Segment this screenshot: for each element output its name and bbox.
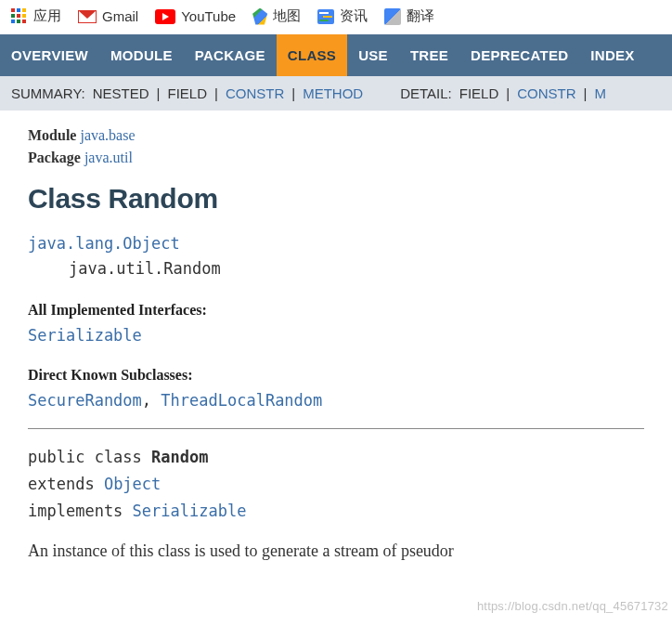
- interfaces-heading: All Implemented Interfaces:: [28, 302, 644, 319]
- summary-field: FIELD: [164, 85, 212, 101]
- nav-module[interactable]: MODULE: [99, 34, 184, 76]
- youtube-icon: [155, 9, 175, 24]
- subclasses-heading: Direct Known Subclasses:: [28, 367, 644, 384]
- news-icon: [317, 9, 334, 24]
- bm-maps[interactable]: 地图: [252, 7, 301, 25]
- class-signature: public class Random extends Object imple…: [28, 444, 644, 525]
- subclass-threadlocalrandom-link[interactable]: ThreadLocalRandom: [161, 391, 322, 410]
- summary-method-link[interactable]: METHOD: [299, 85, 367, 101]
- bm-gmail-label: Gmail: [102, 8, 138, 24]
- module-link[interactable]: java.base: [80, 127, 135, 143]
- bm-news[interactable]: 资讯: [317, 7, 368, 25]
- apps-grid-icon: [11, 8, 28, 25]
- nav-use[interactable]: USE: [347, 34, 399, 76]
- summary-nested: NESTED: [89, 85, 153, 101]
- detail-method-link[interactable]: M: [590, 85, 610, 101]
- class-title: Class Random: [28, 183, 644, 215]
- javadoc-content: Module java.base Package java.util Class…: [0, 111, 672, 561]
- inheritance-tree: java.lang.Object java.util.Random: [28, 231, 644, 281]
- package-label: Package: [28, 150, 81, 165]
- detail-label: DETAIL:: [396, 85, 456, 101]
- bm-translate-label: 翻译: [407, 7, 434, 25]
- bookmark-bar: 应用 Gmail YouTube 地图 资讯 翻译: [0, 0, 672, 34]
- translate-icon: [384, 8, 401, 25]
- watermark: https://blog.csdn.net/qq_45671732: [477, 599, 668, 613]
- nav-overview[interactable]: OVERVIEW: [0, 34, 99, 76]
- bm-translate[interactable]: 翻译: [384, 7, 434, 25]
- bm-apps[interactable]: 应用: [11, 7, 61, 25]
- nav-index[interactable]: INDEX: [579, 34, 645, 76]
- nav-deprecated[interactable]: DEPRECATED: [459, 34, 579, 76]
- summary-constr-link[interactable]: CONSTR: [222, 85, 288, 101]
- maps-pin-icon: [252, 8, 267, 25]
- bm-gmail[interactable]: Gmail: [78, 8, 138, 24]
- javadoc-sub-nav: SUMMARY: NESTED | FIELD | CONSTR | METHO…: [0, 76, 672, 111]
- interfaces-list: Serializable: [28, 326, 644, 345]
- sig-class-name: Random: [151, 448, 208, 466]
- detail-constr-link[interactable]: CONSTR: [513, 85, 579, 101]
- inheritance-root-link[interactable]: java.lang.Object: [28, 231, 644, 256]
- bm-maps-label: 地图: [273, 7, 301, 25]
- sig-object-link[interactable]: Object: [104, 475, 161, 493]
- package-link[interactable]: java.util: [84, 150, 133, 165]
- subclass-securerandom-link[interactable]: SecureRandom: [28, 391, 142, 410]
- nav-package[interactable]: PACKAGE: [184, 34, 277, 76]
- inheritance-child: java.util.Random: [69, 256, 644, 281]
- class-description: An instance of this class is used to gen…: [28, 541, 644, 561]
- bm-apps-label: 应用: [33, 7, 61, 25]
- interface-serializable-link[interactable]: Serializable: [28, 326, 142, 345]
- sig-serializable-link[interactable]: Serializable: [133, 502, 247, 520]
- nav-class[interactable]: CLASS: [277, 34, 347, 76]
- javadoc-top-nav: OVERVIEW MODULE PACKAGE CLASS USE TREE D…: [0, 34, 672, 76]
- summary-label: SUMMARY:: [7, 85, 89, 101]
- nav-tree[interactable]: TREE: [399, 34, 459, 76]
- detail-field: FIELD: [456, 85, 503, 101]
- bm-youtube-label: YouTube: [181, 8, 236, 24]
- subclasses-list: SecureRandom, ThreadLocalRandom: [28, 391, 644, 410]
- bm-news-label: 资讯: [340, 7, 368, 25]
- module-label: Module: [28, 127, 76, 143]
- divider: [28, 428, 644, 429]
- gmail-icon: [78, 10, 97, 23]
- bm-youtube[interactable]: YouTube: [155, 8, 236, 24]
